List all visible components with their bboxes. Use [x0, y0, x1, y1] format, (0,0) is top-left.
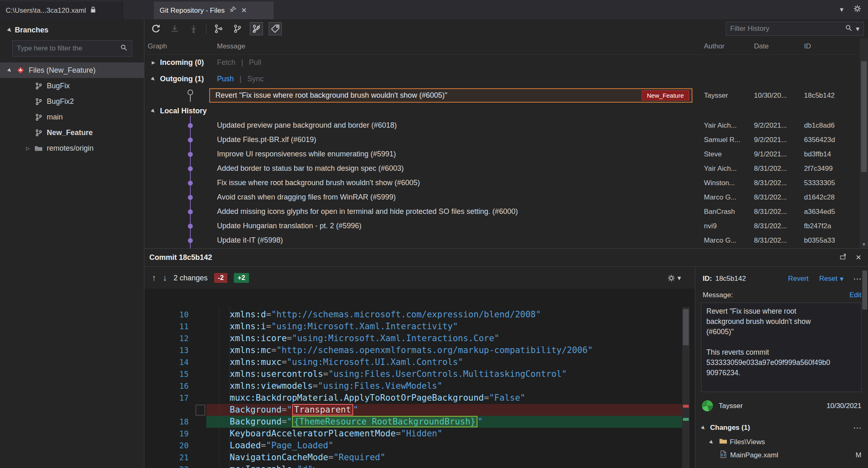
edit-message-button[interactable]: Edit — [850, 291, 861, 299]
expander-icon[interactable]: ▶ — [706, 437, 717, 447]
commit-row[interactable]: Fix issue where root background brush wo… — [144, 176, 860, 190]
commit-date: 8/31/202... — [752, 179, 802, 187]
fetch-button[interactable] — [168, 22, 181, 35]
show-branches-button[interactable] — [231, 22, 244, 35]
branch-item-bugfix2[interactable]: BugFix2 — [0, 94, 144, 109]
column-header-graph[interactable]: Graph — [144, 42, 217, 50]
changes-more-button[interactable]: ⋯ — [853, 423, 861, 433]
search-icon[interactable] — [845, 24, 852, 34]
code-text: Background="{ThemeResource RootBackgroun… — [206, 416, 682, 428]
hide-merge-commits-button[interactable] — [250, 22, 263, 35]
tool-tab-label: Git Repository - Files — [160, 7, 225, 15]
show-graph-button[interactable] — [212, 22, 225, 35]
expander-icon[interactable]: ▶ — [148, 73, 159, 84]
scrollbar-thumb[interactable] — [861, 61, 867, 172]
commit-row[interactable]: Update it-IT (#5998)Marco G...8/31/202..… — [144, 233, 860, 248]
code-line: Background="Transparent" — [144, 404, 695, 416]
tab-git-repository-files[interactable]: Git Repository - Files ✕ — [154, 2, 274, 19]
diff-scrollbar[interactable] — [682, 307, 690, 468]
column-header-message[interactable]: Message — [217, 42, 701, 50]
next-change-button[interactable]: ↓ — [163, 273, 167, 283]
outgoing-commit-row[interactable]: Revert "Fix issue where root background … — [144, 87, 860, 104]
branch-item-bugfix[interactable]: BugFix — [0, 78, 144, 94]
expander-icon[interactable]: ▷ — [23, 146, 33, 151]
branch-item-main[interactable]: main — [0, 109, 144, 125]
sync-link[interactable]: Sync — [247, 75, 264, 83]
code-line: 15xmlns:usercontrols="using:Files.UserCo… — [144, 368, 695, 380]
revert-button[interactable]: Revert — [788, 275, 809, 283]
settings-gear-icon[interactable] — [853, 5, 861, 15]
diff-margin — [189, 463, 206, 468]
diff-margin — [189, 392, 206, 404]
branch-icon — [33, 82, 44, 90]
code-text: xmlns:icore="using:Microsoft.Xaml.Intera… — [206, 333, 682, 344]
pin-icon[interactable] — [230, 6, 236, 15]
scrollbar-thumb[interactable] — [683, 309, 689, 345]
fetch-link[interactable]: Fetch — [217, 58, 235, 67]
dock-window-icon[interactable] — [839, 253, 847, 262]
more-actions-button[interactable]: ⋯ — [853, 274, 861, 284]
branches-panel-header[interactable]: ▶ Branches — [0, 19, 144, 38]
changed-folder-row[interactable]: ▶ Files\Views — [695, 433, 868, 447]
code-text: xmlns:d="http://schemas.microsoft.com/ex… — [206, 309, 682, 321]
push-link[interactable]: Push — [217, 75, 234, 83]
pull-button[interactable] — [187, 22, 200, 35]
column-header-id[interactable]: ID — [802, 42, 860, 50]
commit-message: Fix issue where root background brush wo… — [217, 179, 701, 187]
pull-link[interactable]: Pull — [249, 58, 261, 67]
commit-row[interactable]: Update Hungarian translation - pt. 2 (#5… — [144, 219, 860, 233]
code-text: Loaded="Page_Loaded" — [206, 440, 682, 452]
refresh-button[interactable] — [149, 22, 162, 35]
commit-row[interactable]: Improve UI responsiveness while enumerat… — [144, 147, 860, 161]
scroll-down-arrow-icon[interactable]: ▼ — [860, 242, 868, 247]
column-header-date[interactable]: Date — [752, 42, 802, 50]
history-scrollbar[interactable]: ▼ — [860, 38, 868, 248]
diff-margin — [189, 416, 206, 428]
changes-section-row[interactable]: ▶ Changes (1) ⋯ — [695, 411, 868, 433]
expander-icon[interactable]: ▶ — [148, 106, 159, 116]
expander-icon[interactable]: ▶ — [5, 25, 15, 35]
line-number: 19 — [144, 428, 189, 440]
diff-editor[interactable]: 10xmlns:d="http://schemas.microsoft.com/… — [144, 307, 695, 468]
window-menu-caret-icon[interactable]: ▾ — [840, 5, 843, 14]
incoming-section-row[interactable]: ▶ Incoming (0) Fetch | Pull — [144, 55, 868, 71]
changed-file-name: MainPage.xaml — [730, 451, 778, 459]
expander-icon[interactable]: ▶ — [5, 65, 15, 76]
document-tab[interactable]: C:\Users\ta...3ca120.xaml — [0, 2, 123, 19]
commit-message-box[interactable]: Revert "Fix issue where root background … — [701, 303, 861, 392]
commit-date: 9/2/2021... — [752, 136, 802, 144]
incoming-label: Incoming (0) — [160, 58, 204, 67]
reset-button[interactable]: Reset ▾ — [819, 275, 843, 283]
commit-row[interactable]: Updated preview pane background and bord… — [144, 118, 860, 133]
commit-message: Avoid crash when dragging files from Win… — [217, 193, 701, 202]
outgoing-commit-author: Taysser — [701, 92, 752, 100]
diff-settings-button[interactable]: ▾ — [667, 274, 681, 282]
branch-item-remotes-origin[interactable]: ▷remotes/origin — [0, 140, 144, 156]
expander-icon[interactable]: ▶ — [148, 60, 158, 65]
close-pane-icon[interactable]: ✕ — [856, 253, 861, 262]
column-header-author[interactable]: Author — [701, 42, 752, 50]
branch-item-new-feature[interactable]: New_Feature — [0, 125, 144, 140]
commit-row[interactable]: Added border to status bar to match desi… — [144, 161, 860, 176]
local-history-section-row[interactable]: ▶ Local History — [144, 104, 868, 118]
branch-item-files-new-feature-[interactable]: ▶Files (New_Feature) — [0, 62, 144, 78]
commit-row[interactable]: Added missing icons glyphs for open in t… — [144, 204, 860, 219]
close-tab-icon[interactable]: ✕ — [241, 6, 247, 15]
commit-row[interactable]: Avoid crash when dragging files from Win… — [144, 190, 860, 204]
expander-icon[interactable]: ▶ — [698, 422, 709, 433]
search-icon[interactable] — [120, 44, 128, 53]
commit-row[interactable]: Update Files.pt-BR.xlf (#6019)Samuel R..… — [144, 133, 860, 147]
diff-toolbar: ↑ ↓ 2 changes -2 +2 ▾ — [144, 267, 695, 289]
selected-commit-highlight[interactable]: Revert "Fix issue where root background … — [209, 88, 692, 103]
filter-history-input[interactable]: Filter History ▾ — [726, 22, 864, 36]
show-tags-button[interactable] — [269, 22, 282, 35]
branch-filter-input[interactable]: Type here to filter the — [12, 40, 132, 57]
outgoing-label: Outgoing (1) — [160, 75, 204, 83]
details-scrollbar-thumb[interactable] — [862, 271, 867, 310]
history-column-headers: Graph Message Author Date ID — [144, 38, 860, 55]
outgoing-section-row[interactable]: ▶ Outgoing (1) Push | Sync — [144, 71, 868, 87]
previous-change-button[interactable]: ↑ — [152, 273, 156, 283]
search-options-caret-icon[interactable]: ▾ — [856, 25, 859, 33]
changed-file-row[interactable]: MainPage.xaml M — [695, 447, 868, 460]
diff-margin — [189, 368, 206, 380]
